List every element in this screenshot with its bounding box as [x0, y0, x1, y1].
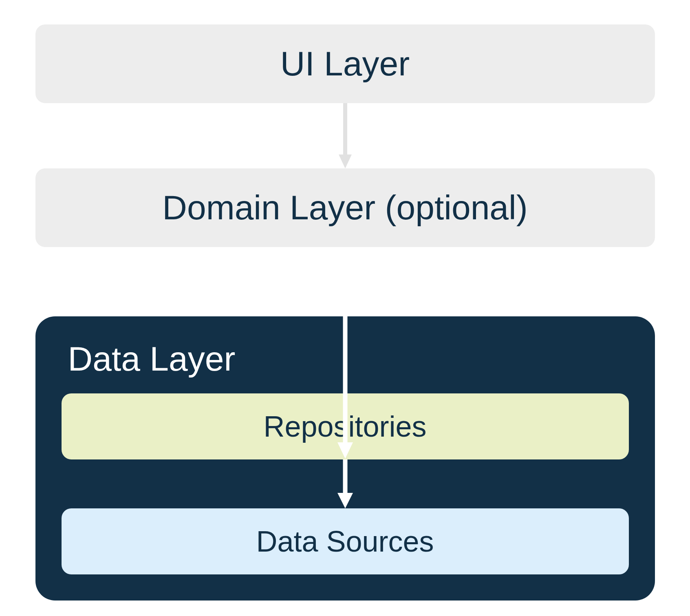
arrow-down-icon: [337, 103, 353, 168]
data-sources-box: Data Sources: [62, 508, 629, 574]
arrow-repositories-to-sources: [336, 459, 354, 508]
arrow-ui-to-domain: [337, 103, 353, 168]
svg-marker-1: [339, 155, 352, 168]
domain-layer-label: Domain Layer (optional): [162, 188, 527, 227]
data-layer-container: Data Layer Repositories Data Sources: [35, 316, 655, 601]
ui-layer-label: UI Layer: [280, 44, 410, 83]
data-sources-label: Data Sources: [256, 525, 434, 558]
arrow-down-icon: [336, 296, 354, 459]
domain-layer-box: Domain Layer (optional): [35, 168, 655, 247]
ui-layer-box: UI Layer: [35, 24, 655, 103]
svg-marker-5: [337, 493, 353, 508]
arrow-down-icon: [336, 459, 354, 508]
architecture-diagram: UI Layer Domain Layer (optional) Data La…: [35, 24, 655, 601]
svg-marker-3: [337, 442, 353, 459]
